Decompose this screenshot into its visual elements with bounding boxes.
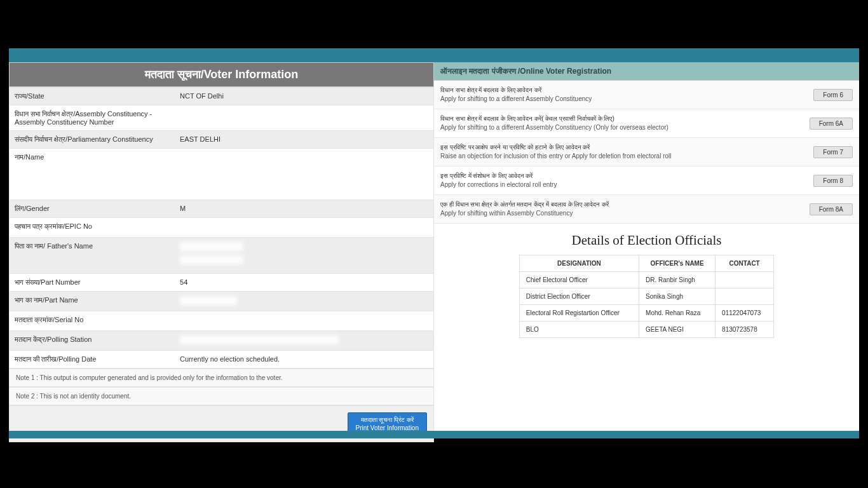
registration-item-hi: एक ही विधान सभा क्षेत्र के अंतर्गत मतदान… bbox=[440, 200, 609, 209]
cell-designation: BLO bbox=[519, 322, 639, 338]
voter-info-table: राज्य/StateNCT OF Delhi विधान सभा निर्वा… bbox=[9, 87, 434, 369]
value-part-no: 54 bbox=[175, 274, 433, 292]
label-state: राज्य/State bbox=[10, 88, 175, 105]
label-epic: पहचान पत्र क्रमांक/EPIC No bbox=[10, 218, 175, 238]
registration-item-text: विधान सभा क्षेत्र में बदलाव के लिए आवेदन… bbox=[440, 114, 668, 132]
value-state: NCT OF Delhi bbox=[175, 88, 433, 105]
registration-item-hi: इस प्रविष्टि में संशोधन के लिए आवेदन करे… bbox=[440, 172, 557, 180]
label-serial: मतदाता क्रमांक/Serial No bbox=[10, 311, 175, 331]
form-button-form8a[interactable]: Form 8A bbox=[810, 203, 853, 215]
registration-item-en: Raise an objection for inclusion of this… bbox=[440, 152, 672, 161]
registration-header: ऑनलाइन मतदाता पंजीकरण /Online Voter Regi… bbox=[434, 62, 859, 81]
registration-item: विधान सभा क्षेत्र में बदलाव के लिए आवेदन… bbox=[434, 109, 859, 138]
cell-contact: 01122047073 bbox=[715, 305, 774, 322]
label-father: पिता का नाम/ Father's Name bbox=[10, 238, 175, 274]
note-2: Note 2 : This is not an identity documen… bbox=[9, 387, 434, 405]
value-part-name bbox=[175, 292, 433, 311]
form-button-form8[interactable]: Form 8 bbox=[813, 175, 853, 187]
registration-item-text: इस प्रविष्टि में संशोधन के लिए आवेदन करे… bbox=[440, 172, 557, 189]
right-panel: ऑनलाइन मतदाता पंजीकरण /Online Voter Regi… bbox=[434, 62, 859, 442]
registration-item-en: Apply for shifting to a different Assemb… bbox=[440, 123, 668, 132]
value-ac bbox=[175, 105, 433, 131]
registration-item: विधान सभा क्षेत्र में बदलाव के लिए आवेदन… bbox=[434, 81, 859, 109]
value-polling-station bbox=[175, 331, 433, 351]
cell-designation: District Election Officer bbox=[519, 288, 639, 305]
value-name bbox=[175, 149, 433, 200]
registration-item: इस प्रविष्टि में संशोधन के लिए आवेदन करे… bbox=[434, 166, 859, 195]
value-serial bbox=[175, 311, 433, 331]
cell-contact bbox=[715, 272, 774, 288]
value-polling-date: Currently no election scheduled. bbox=[175, 351, 433, 369]
table-row: Electoral Roll Registartion OfficerMohd.… bbox=[519, 305, 773, 322]
value-father bbox=[175, 238, 433, 274]
top-bar bbox=[9, 48, 859, 62]
form-button-form7[interactable]: Form 7 bbox=[813, 146, 853, 158]
bottom-bar bbox=[9, 431, 859, 438]
label-part-name: भाग का नाम/Part Name bbox=[10, 292, 175, 311]
col-contact: CONTACT bbox=[715, 255, 774, 272]
value-gender: M bbox=[175, 200, 433, 218]
cell-designation: Electoral Roll Registartion Officer bbox=[519, 305, 639, 322]
label-pc: संसदीय निर्वाचन क्षेत्र/Parliamentary Co… bbox=[10, 131, 175, 149]
officials-table: DESIGNATION OFFICER's NAME CONTACT Chief… bbox=[519, 255, 774, 338]
registration-item-en: Apply for corrections in electoral roll … bbox=[440, 180, 557, 189]
registration-list: विधान सभा क्षेत्र में बदलाव के लिए आवेदन… bbox=[434, 81, 859, 224]
registration-item-text: विधान सभा क्षेत्र में बदलाव के लिए आवेदन… bbox=[440, 86, 592, 104]
form-button-form6[interactable]: Form 6 bbox=[813, 89, 853, 101]
note-1: Note 1 : This output is computer generat… bbox=[9, 369, 434, 387]
registration-item-text: इस प्रविष्टि पर आक्षेप करने या प्रविष्टि… bbox=[440, 143, 672, 161]
label-polling-station: मतदान केंद्र/Polling Station bbox=[10, 331, 175, 351]
label-name: नाम/Name bbox=[10, 149, 175, 200]
label-gender: लिंग/Gender bbox=[10, 200, 175, 218]
label-ac: विधान सभा निर्वाचन क्षेत्र/Assembly Cons… bbox=[10, 105, 175, 131]
cell-name: Mohd. Rehan Raza bbox=[639, 305, 715, 322]
col-officer-name: OFFICER's NAME bbox=[639, 255, 715, 272]
voter-info-panel: मतदाता सूचना/Voter Information राज्य/Sta… bbox=[9, 62, 434, 442]
cell-designation: Chief Electoral Officer bbox=[519, 272, 639, 288]
label-part-no: भाग संख्या/Part Number bbox=[10, 274, 175, 292]
registration-item-hi: विधान सभा क्षेत्र में बदलाव के लिए आवेदन… bbox=[440, 86, 592, 95]
cell-name: GEETA NEGI bbox=[639, 322, 715, 338]
table-row: BLOGEETA NEGI8130723578 bbox=[519, 322, 773, 338]
registration-item-en: Apply for shifting to a different Assemb… bbox=[440, 95, 592, 104]
cell-name: Sonika Singh bbox=[639, 288, 715, 305]
registration-item-hi: इस प्रविष्टि पर आक्षेप करने या प्रविष्टि… bbox=[440, 143, 672, 152]
col-designation: DESIGNATION bbox=[519, 255, 639, 272]
cell-contact: 8130723578 bbox=[715, 322, 774, 338]
table-row: Chief Electoral OfficerDR. Ranbir Singh bbox=[519, 272, 773, 288]
label-polling-date: मतदान की तारीख/Polling Date bbox=[10, 351, 175, 369]
officials-title: Details of Election Officials bbox=[434, 224, 859, 255]
value-pc: EAST DELHI bbox=[175, 131, 433, 149]
value-epic bbox=[175, 218, 433, 238]
table-row: District Election OfficerSonika Singh bbox=[519, 288, 773, 305]
registration-item-hi: विधान सभा क्षेत्र में बदलाव के लिए आवेदन… bbox=[440, 114, 668, 123]
form-button-form6a[interactable]: Form 6A bbox=[810, 118, 853, 130]
voter-info-title: मतदाता सूचना/Voter Information bbox=[9, 62, 434, 87]
registration-item: इस प्रविष्टि पर आक्षेप करने या प्रविष्टि… bbox=[434, 138, 859, 166]
cell-contact bbox=[715, 288, 774, 305]
print-label-hi: मतदाता सूचना प्रिंट करें bbox=[361, 416, 414, 423]
registration-item-en: Apply for shifting within Assembly Const… bbox=[440, 209, 609, 218]
registration-item: एक ही विधान सभा क्षेत्र के अंतर्गत मतदान… bbox=[434, 195, 859, 224]
registration-item-text: एक ही विधान सभा क्षेत्र के अंतर्गत मतदान… bbox=[440, 200, 609, 218]
cell-name: DR. Ranbir Singh bbox=[639, 272, 715, 288]
